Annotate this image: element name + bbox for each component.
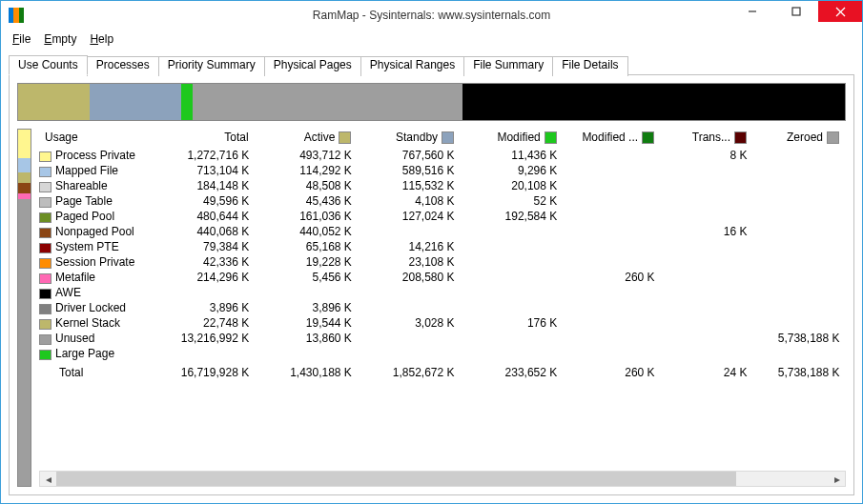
menu-help[interactable]: Help bbox=[84, 31, 119, 47]
svg-rect-1 bbox=[792, 8, 800, 15]
cell-modified bbox=[461, 346, 564, 361]
col-usage[interactable]: Usage bbox=[39, 129, 162, 148]
tab-panel: Usage Total Active Standby Modified Modi… bbox=[9, 75, 854, 495]
total-trans: 24 K bbox=[661, 361, 753, 380]
table-row[interactable]: Kernel Stack22,748 K19,544 K3,028 K176 K bbox=[39, 315, 846, 331]
cell-standby: 115,532 K bbox=[358, 178, 461, 193]
cell-standby: 589,516 K bbox=[358, 163, 461, 178]
cell-zeroed bbox=[753, 163, 846, 178]
cell-modified bbox=[461, 270, 564, 285]
cell-modified: 176 K bbox=[461, 315, 564, 331]
cell-active: 5,456 K bbox=[255, 270, 358, 285]
row-swatch bbox=[39, 334, 51, 345]
table-row[interactable]: Nonpaged Pool440,068 K440,052 K16 K bbox=[39, 224, 846, 239]
cell-active: 440,052 K bbox=[255, 224, 358, 239]
cell-active: 3,896 K bbox=[255, 300, 358, 315]
cell-total bbox=[162, 285, 255, 300]
cell-modnw bbox=[563, 224, 660, 239]
cell-zeroed bbox=[753, 193, 846, 209]
cell-trans bbox=[661, 209, 753, 224]
col-modified[interactable]: Modified bbox=[461, 129, 564, 148]
tab-priority-summary[interactable]: Priority Summary bbox=[158, 56, 265, 76]
swatch-zeroed bbox=[827, 131, 839, 144]
cell-active: 161,036 K bbox=[255, 209, 358, 224]
cell-modified bbox=[461, 239, 564, 254]
row-swatch bbox=[39, 289, 51, 299]
table-row[interactable]: System PTE79,384 K65,168 K14,216 K bbox=[39, 239, 846, 254]
cell-total: 42,336 K bbox=[162, 254, 255, 270]
swatch-standby bbox=[442, 131, 454, 144]
row-name: Process Private bbox=[55, 149, 135, 162]
scroll-track[interactable] bbox=[56, 472, 829, 486]
menu-empty[interactable]: Empty bbox=[38, 31, 82, 47]
col-active[interactable]: Active bbox=[255, 129, 358, 148]
col-standby[interactable]: Standby bbox=[358, 129, 461, 148]
horizontal-scrollbar[interactable]: ◂ ▸ bbox=[39, 471, 846, 487]
row-name: Session Private bbox=[55, 255, 134, 269]
menu-file[interactable]: File bbox=[7, 31, 36, 47]
cell-modnw bbox=[563, 193, 660, 209]
col-zeroed[interactable]: Zeroed bbox=[753, 129, 846, 148]
row-swatch bbox=[39, 350, 51, 360]
total-zeroed: 5,738,188 K bbox=[753, 361, 846, 380]
table-row[interactable]: Metafile214,296 K5,456 K208,580 K260 K bbox=[39, 270, 846, 285]
total-row: Total16,719,928 K1,430,188 K1,852,672 K2… bbox=[39, 361, 846, 380]
cell-trans bbox=[661, 285, 753, 300]
cell-modnw: 260 K bbox=[563, 270, 660, 285]
cell-active: 48,508 K bbox=[255, 178, 358, 193]
close-button[interactable] bbox=[818, 1, 862, 22]
row-swatch bbox=[39, 182, 51, 192]
client-area: Use CountsProcessesPriority SummaryPhysi… bbox=[1, 49, 862, 503]
swatch-modified-nowrite bbox=[642, 131, 654, 144]
cell-modnw bbox=[563, 239, 660, 254]
app-icon bbox=[9, 8, 24, 23]
titlebar[interactable]: RamMap - Sysinternals: www.sysinternals.… bbox=[1, 1, 862, 30]
cell-modified: 11,436 K bbox=[461, 148, 564, 163]
tab-use-counts[interactable]: Use Counts bbox=[9, 55, 88, 75]
tab-file-summary[interactable]: File Summary bbox=[463, 56, 553, 76]
cell-trans: 16 K bbox=[661, 224, 753, 239]
tab-file-details[interactable]: File Details bbox=[552, 56, 627, 76]
table-row[interactable]: Mapped File713,104 K114,292 K589,516 K9,… bbox=[39, 163, 846, 178]
row-swatch bbox=[39, 304, 51, 314]
table-row[interactable]: Page Table49,596 K45,436 K4,108 K52 K bbox=[39, 193, 846, 209]
row-swatch bbox=[39, 228, 51, 238]
cell-modnw bbox=[563, 346, 660, 361]
row-name: Shareable bbox=[55, 179, 108, 192]
row-swatch bbox=[39, 151, 51, 162]
col-transition[interactable]: Trans... bbox=[661, 129, 753, 148]
swatch-modified bbox=[545, 131, 557, 144]
table-row[interactable]: Paged Pool480,644 K161,036 K127,024 K192… bbox=[39, 209, 846, 224]
maximize-button[interactable] bbox=[774, 1, 818, 22]
cell-trans bbox=[661, 178, 753, 193]
col-modified-nowrite[interactable]: Modified ... bbox=[563, 129, 660, 148]
tab-physical-pages[interactable]: Physical Pages bbox=[264, 56, 361, 76]
total-standby: 1,852,672 K bbox=[358, 361, 461, 380]
header-row: Usage Total Active Standby Modified Modi… bbox=[39, 129, 846, 148]
cell-modified bbox=[461, 224, 564, 239]
table-row[interactable]: Shareable184,148 K48,508 K115,532 K20,10… bbox=[39, 178, 846, 193]
scroll-right-arrow[interactable]: ▸ bbox=[829, 472, 845, 486]
usage-table: Usage Total Active Standby Modified Modi… bbox=[39, 129, 846, 380]
table-row[interactable]: Unused13,216,992 K13,860 K5,738,188 K bbox=[39, 331, 846, 346]
row-name: Paged Pool bbox=[55, 210, 114, 223]
row-name: Unused bbox=[55, 332, 94, 345]
table-row[interactable]: AWE bbox=[39, 285, 846, 300]
table-row[interactable]: Session Private42,336 K19,228 K23,108 K bbox=[39, 254, 846, 270]
row-swatch bbox=[39, 212, 51, 223]
scroll-left-arrow[interactable]: ◂ bbox=[40, 472, 56, 486]
col-total[interactable]: Total bbox=[162, 129, 255, 148]
table-row[interactable]: Large Page bbox=[39, 346, 846, 361]
bar-segment-active bbox=[18, 84, 90, 120]
tab-physical-ranges[interactable]: Physical Ranges bbox=[360, 56, 464, 76]
menu-file-rest: ile bbox=[19, 32, 31, 46]
minimize-button[interactable] bbox=[730, 1, 774, 22]
tab-processes[interactable]: Processes bbox=[87, 56, 159, 76]
cell-standby: 767,560 K bbox=[358, 148, 461, 163]
cell-zeroed bbox=[753, 178, 846, 193]
scroll-thumb[interactable] bbox=[56, 472, 736, 486]
cell-total: 713,104 K bbox=[162, 163, 255, 178]
cell-zeroed bbox=[753, 285, 846, 300]
table-row[interactable]: Process Private1,272,716 K493,712 K767,5… bbox=[39, 148, 846, 163]
table-row[interactable]: Driver Locked3,896 K3,896 K bbox=[39, 300, 846, 315]
